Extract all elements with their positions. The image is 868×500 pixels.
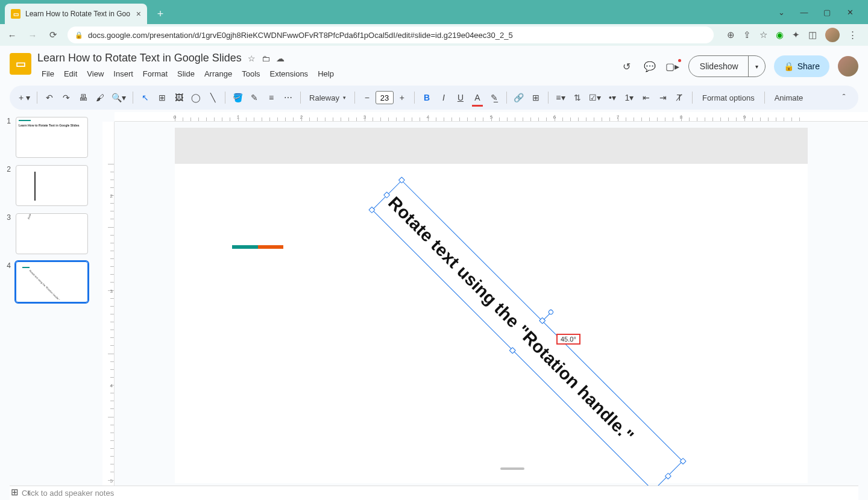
zoom-dropdown[interactable]: 🔍▾: [110, 89, 128, 106]
back-icon[interactable]: ←: [6, 29, 18, 41]
insert-link-icon[interactable]: 🔗: [512, 89, 526, 106]
tab-strip: ▭ Learn How to Rotate Text in Goo × + ⌄ …: [0, 0, 868, 24]
border-weight-icon[interactable]: ≡: [264, 89, 278, 106]
star-icon[interactable]: ☆: [248, 54, 256, 63]
speaker-notes[interactable]: Click to add speaker notes: [10, 486, 858, 500]
account-avatar[interactable]: [838, 56, 858, 77]
slide-thumbnail-1[interactable]: Learn How to Rotate Text in Google Slide…: [16, 117, 88, 158]
indent-decrease-icon[interactable]: ⇤: [639, 89, 653, 106]
textbox-icon[interactable]: ⊞: [155, 89, 169, 106]
share-page-icon[interactable]: ⇪: [743, 30, 751, 40]
slide-canvas[interactable]: Rotate text using the "Rotation handle.": [175, 164, 808, 483]
close-window-icon[interactable]: ✕: [840, 2, 860, 22]
paint-format-icon[interactable]: 🖌: [93, 89, 107, 106]
notes-drag-handle[interactable]: [500, 467, 524, 470]
new-slide-button[interactable]: + ▾: [17, 89, 32, 106]
menu-view[interactable]: View: [83, 67, 108, 81]
thumb-number: 3: [6, 213, 11, 254]
minimize-icon[interactable]: —: [794, 2, 814, 22]
share-button[interactable]: 🔒 Share: [774, 55, 829, 77]
text-box-selection[interactable]: Rotate text using the "Rotation handle.": [372, 180, 683, 486]
indent-increase-icon[interactable]: ⇥: [656, 89, 670, 106]
underline-button[interactable]: U: [453, 89, 468, 106]
animate-button[interactable]: Animate: [770, 93, 808, 102]
menu-extensions[interactable]: Extensions: [266, 67, 313, 81]
line-spacing-icon[interactable]: ⇅: [570, 89, 585, 106]
collapse-panel-icon[interactable]: ‹: [27, 487, 30, 498]
url-text: docs.google.com/presentation/d/1grvE0gjh…: [88, 31, 513, 40]
image-icon[interactable]: 🖼: [172, 89, 186, 106]
slideshow-caret-icon[interactable]: ▾: [748, 56, 765, 77]
move-icon[interactable]: 🗀: [262, 54, 270, 63]
thumbnail-panel: 1 Learn How to Rotate Text in Google Sli…: [0, 112, 102, 486]
extensions-icon[interactable]: ✦: [792, 30, 800, 40]
comments-icon[interactable]: 💬: [643, 59, 657, 73]
insert-comment-icon[interactable]: ⊞: [529, 89, 543, 106]
font-size-decrease[interactable]: −: [360, 89, 374, 106]
menu-insert[interactable]: Insert: [109, 67, 137, 81]
format-options-button[interactable]: Format options: [697, 93, 760, 102]
checklist-icon[interactable]: ☑▾: [587, 89, 603, 106]
border-color-icon[interactable]: ✎: [247, 89, 262, 106]
menu-format[interactable]: Format: [139, 67, 172, 81]
vertical-ruler[interactable]: 012345: [102, 122, 115, 486]
clear-formatting-icon[interactable]: T̸: [673, 89, 687, 106]
tab-title: Learn How to Rotate Text in Goo: [25, 10, 130, 18]
cloud-saved-icon[interactable]: ☁: [276, 54, 285, 63]
sidepanel-icon[interactable]: ◫: [808, 30, 817, 40]
browser-tab[interactable]: ▭ Learn How to Rotate Text in Goo ×: [5, 4, 147, 24]
thumb-number: 1: [6, 117, 11, 158]
reload-icon[interactable]: ⟳: [47, 29, 59, 41]
font-size-input[interactable]: [376, 91, 394, 104]
document-title[interactable]: Learn How to Rotate Text in Google Slide…: [37, 52, 242, 64]
menu-tools[interactable]: Tools: [237, 67, 264, 81]
slide-thumbnail-3[interactable]: Rotate text using: [16, 213, 88, 254]
forward-icon[interactable]: →: [27, 29, 39, 41]
url-field[interactable]: 🔒 docs.google.com/presentation/d/1grvE0g…: [68, 27, 714, 43]
slide-thumbnail-2[interactable]: [16, 165, 88, 206]
maximize-icon[interactable]: ▢: [817, 2, 837, 22]
font-family-select[interactable]: Raleway▾: [306, 93, 350, 102]
slides-logo[interactable]: ▭: [10, 53, 31, 75]
highlight-button[interactable]: ✎̲: [487, 89, 502, 106]
slide-thumbnail-4[interactable]: Rotate text using the "Rotation handle.": [16, 261, 88, 302]
slides-favicon: ▭: [11, 9, 20, 19]
bold-button[interactable]: B: [420, 89, 434, 106]
bookmark-icon[interactable]: ☆: [760, 30, 767, 40]
menu-edit[interactable]: Edit: [60, 67, 81, 81]
new-tab-button[interactable]: +: [152, 5, 169, 22]
menu-slide[interactable]: Slide: [173, 67, 199, 81]
menu-help[interactable]: Help: [313, 67, 338, 81]
extension-grammarly-icon[interactable]: ◉: [776, 30, 784, 40]
line-icon[interactable]: ╲: [206, 89, 220, 106]
font-size-increase[interactable]: +: [395, 89, 409, 106]
bullet-list-icon[interactable]: •▾: [605, 89, 620, 106]
shape-icon[interactable]: ◯: [189, 89, 203, 106]
text-color-button[interactable]: A: [470, 89, 485, 106]
text-box-content[interactable]: Rotate text using the "Rotation handle.": [372, 180, 683, 486]
align-dropdown[interactable]: ≡▾: [553, 89, 568, 106]
italic-button[interactable]: I: [436, 89, 451, 106]
browser-profile-avatar[interactable]: [825, 28, 840, 42]
close-tab-icon[interactable]: ×: [136, 9, 141, 19]
grid-view-icon[interactable]: ⊞: [11, 487, 19, 498]
select-tool-icon[interactable]: ↖: [138, 89, 153, 106]
collapse-toolbar-icon[interactable]: ˆ: [837, 89, 851, 106]
slideshow-button[interactable]: Slideshow ▾: [688, 55, 766, 77]
undo-icon[interactable]: ↶: [42, 89, 57, 106]
present-video-icon[interactable]: ▢▸: [665, 59, 680, 73]
kebab-menu-icon[interactable]: ⋮: [848, 30, 857, 40]
horizontal-ruler[interactable]: 0123456789: [115, 112, 868, 122]
print-icon[interactable]: 🖶: [76, 89, 90, 106]
number-list-icon[interactable]: 1▾: [622, 89, 637, 106]
window-controls: ⌄ — ▢ ✕: [772, 0, 868, 24]
fill-color-icon[interactable]: 🪣: [230, 89, 245, 106]
menu-file[interactable]: File: [37, 67, 58, 81]
zoom-icon[interactable]: ⊕: [727, 30, 735, 40]
address-bar: ← → ⟳ 🔒 docs.google.com/presentation/d/1…: [0, 24, 868, 46]
history-icon[interactable]: ↺: [620, 59, 634, 73]
redo-icon[interactable]: ↷: [59, 89, 74, 106]
chevron-down-icon[interactable]: ⌄: [772, 2, 791, 22]
menu-arrange[interactable]: Arrange: [200, 67, 236, 81]
border-dash-icon[interactable]: ⋯: [281, 89, 295, 106]
